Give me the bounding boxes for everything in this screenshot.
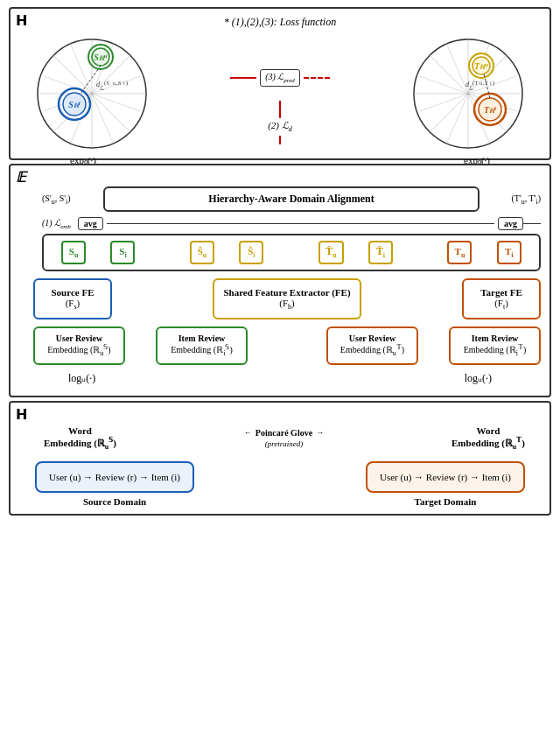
bottom-hyperbolic-section: 𝗛 Word Embedding (ℝu𝕊) ← Poincaré Glove … — [9, 401, 551, 516]
hierarchy-aware-bar: Hierarchy-Aware Domain Alignment — [103, 186, 480, 212]
log-right-label: logᵤ(·) — [465, 372, 492, 385]
svg-text:(S: (S — [104, 80, 109, 87]
shared-fe-label: Shared Feature Extractor (FE) — [223, 287, 350, 298]
user-review-emb-tgt: User Review Embedding (ℝu𝕋) — [326, 326, 418, 364]
item-review-emb-src: Item Review Embedding (ℝi𝕊) — [156, 326, 248, 364]
poincare-glove: ← Poincaré Glove → (pretrained) — [244, 428, 324, 448]
avg-box-left: avg — [78, 217, 103, 230]
svg-line-15 — [80, 66, 101, 94]
emb-su-hat: Ŝu — [190, 241, 214, 264]
source-fe-sub: (Fs) — [44, 298, 102, 311]
loss-title: * (1),(2),(3): Loss function — [224, 16, 336, 29]
top-hyperbolic-section: 𝗛 * (1),(2),(3): Loss function — [9, 7, 551, 160]
right-hyperbolic-diagram: Tℍu Tℍi d ℒ (T u ,T i ) — [402, 32, 534, 155]
source-fe-box: Source FE (Fs) — [33, 278, 112, 319]
l-d-label: (2) ℒd — [268, 120, 292, 133]
target-domain-box: User (u) → Review (r) → Item (i) — [366, 461, 525, 493]
t-prime-label: (T'u, T'i) — [480, 193, 541, 206]
svg-text:,S: ,S — [116, 80, 122, 87]
svg-text:u: u — [113, 81, 116, 86]
fe-boxes-row: Source FE (Fs) Shared Feature Extractor … — [16, 278, 544, 319]
svg-text:u: u — [480, 81, 482, 86]
l-emb-label: (1) ℒemb — [42, 218, 71, 230]
emb-tu: Tu — [447, 241, 472, 264]
s-prime-label: (S'u, S'i) — [42, 193, 103, 206]
avg-box-right: avg — [498, 217, 523, 230]
svg-text:): ) — [493, 80, 495, 87]
user-review-emb-src: User Review Embedding (ℝu𝕊) — [33, 326, 125, 364]
target-domain-label: Target Domain — [366, 496, 525, 507]
emb-si-hat: Ŝi — [239, 241, 263, 264]
euclidean-section: 𝔼 (S'u, S'i) Hierarchy-Aware Domain Alig… — [9, 164, 551, 397]
target-fe-label: Target FE — [472, 287, 530, 298]
svg-text:i: i — [123, 81, 125, 86]
shared-fe-box: Shared Feature Extractor (FE) (Fh) — [213, 278, 360, 319]
svg-text:): ) — [126, 80, 129, 87]
word-emb-row: Word Embedding (ℝu𝕊) ← Poincaré Glove → … — [18, 422, 542, 454]
hierarchy-row: (S'u, S'i) Hierarchy-Aware Domain Alignm… — [16, 186, 544, 212]
e-label: 𝔼 — [16, 169, 26, 186]
review-emb-row: User Review Embedding (ℝu𝕊) Item Review … — [16, 326, 544, 364]
word-emb-right: Word Embedding (ℝu𝕋) — [452, 425, 525, 451]
target-fe-sub: (Ft) — [472, 298, 530, 311]
l-pred-label: (3) ℒpred — [260, 69, 300, 87]
item-review-emb-tgt: Item Review Embedding (ℝi𝕋) — [449, 326, 541, 364]
log-left-label: logᵤ(·) — [68, 372, 95, 385]
word-emb-left: Word Embedding (ℝu𝕊) — [44, 425, 116, 451]
lemb-avg-row: (1) ℒemb avg avg — [16, 217, 544, 230]
emb-su: Su — [61, 241, 86, 264]
emb-ti-hat: T̂i — [368, 241, 393, 264]
emb-tu-hat: T̂u — [318, 241, 344, 264]
left-hyperbolic-diagram: Sℍu Sℍi d ℒ (S u ,S i ) — [26, 32, 158, 155]
emb-si: Si — [110, 241, 135, 264]
log-labels-row: logᵤ(·) logᵤ(·) — [16, 372, 544, 385]
bottom-h-label: 𝗛 — [16, 406, 27, 423]
domain-boxes-row: User (u) → Review (r) → Item (i) Source … — [18, 461, 542, 507]
emb-ti: Ti — [497, 241, 522, 264]
top-h-label: 𝗛 — [16, 12, 27, 29]
svg-text:(T: (T — [472, 80, 479, 87]
shared-fe-sub: (Fh) — [223, 298, 350, 311]
source-domain-label: Source Domain — [35, 496, 194, 507]
hyperbolic-circles-row: Sℍu Sℍi d ℒ (S u ,S i ) (3) ℒp — [18, 32, 542, 155]
source-domain-box: User (u) → Review (r) → Item (i) — [35, 461, 194, 493]
embeddings-container: Su Si Ŝu Ŝi T̂u T̂i Tu Ti — [42, 234, 541, 271]
source-fe-label: Source FE — [44, 287, 102, 298]
middle-arrows: (3) ℒpred (2) ℒd — [158, 43, 402, 144]
target-fe-box: Target FE (Ft) — [462, 278, 541, 319]
svg-text:,T: ,T — [483, 80, 489, 87]
